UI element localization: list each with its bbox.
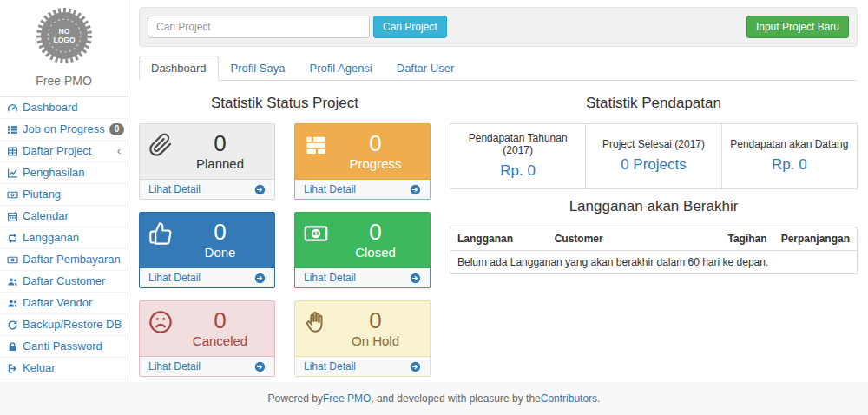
- status-card-closed: 0 Closed Lihat Detail: [294, 212, 431, 288]
- lihat-detail-label: Lihat Detail: [304, 272, 356, 284]
- income-section: Statistik Pendapatan Pendapatan Tahunan …: [450, 89, 858, 377]
- sidebar-item-label: Daftar Project: [23, 145, 91, 157]
- status-label: Closed: [330, 244, 421, 260]
- logo-text-line2: LOGO: [53, 36, 76, 44]
- sidebar-item-daftar-customer[interactable]: Daftar Customer: [0, 271, 128, 293]
- lihat-detail-link[interactable]: Lihat Detail: [140, 356, 274, 376]
- users-icon: [7, 276, 18, 287]
- logo-text-line1: NO: [58, 27, 69, 36]
- lihat-detail-link[interactable]: Lihat Detail: [140, 179, 274, 199]
- lihat-detail-label: Lihat Detail: [304, 183, 356, 195]
- lihat-detail-link[interactable]: Lihat Detail: [295, 179, 430, 199]
- status-label: Progress: [330, 155, 421, 172]
- sidebar-item-piutang[interactable]: Piutang: [0, 184, 128, 206]
- column-header-langganan: Langganan: [450, 227, 548, 251]
- sidebar-item-label: Langganan: [23, 232, 79, 244]
- sidebar-item-label: Daftar Customer: [23, 275, 105, 287]
- card-body: 0 On Hold: [295, 301, 430, 356]
- stat-cell: Project Selesai (2017) 0 Projects: [586, 124, 721, 189]
- tab-dashboard[interactable]: Dashboard: [139, 56, 219, 81]
- search-panel: Cari Project Input Project Baru: [139, 7, 858, 47]
- sidebar-item-label: Calendar: [23, 210, 69, 222]
- line-chart-icon: [7, 168, 18, 179]
- new-project-button[interactable]: Input Project Baru: [746, 16, 849, 38]
- status-count: 0: [174, 308, 266, 333]
- card-text: 0 Closed: [330, 220, 421, 260]
- paperclip-icon: [148, 133, 174, 161]
- lihat-detail-link[interactable]: Lihat Detail: [295, 267, 430, 287]
- sidebar-item-backup-restore-db[interactable]: Backup/Restore DB: [0, 314, 128, 336]
- search-button[interactable]: Cari Project: [373, 16, 447, 38]
- dashboard-icon: [7, 102, 18, 114]
- footer-text: Powered by: [268, 392, 323, 405]
- table-row: Belum ada Langganan yang akan berakhir d…: [450, 251, 858, 274]
- hand-paper-icon: [304, 310, 330, 338]
- list-icon: [7, 124, 18, 135]
- status-section-title: Statistik Status Project: [139, 95, 431, 112]
- sidebar-item-daftar-pembayaran[interactable]: Daftar Pembayaran: [0, 249, 128, 271]
- subscription-section-title: Langganan akan Berakhir: [450, 198, 858, 215]
- sidebar-item-dashboard[interactable]: Dashboard: [0, 97, 128, 119]
- status-count: 0: [174, 220, 266, 244]
- search-input[interactable]: [148, 16, 370, 38]
- card-body: 0 Closed: [295, 213, 430, 267]
- status-label: Canceled: [174, 333, 266, 349]
- sidebar-item-keluar[interactable]: Keluar: [0, 358, 128, 379]
- sidebar-item-ganti-password[interactable]: Ganti Password: [0, 336, 128, 358]
- subscription-table: Langganan Customer Tagihan Perpanjangan …: [450, 227, 858, 274]
- status-card-on-hold: 0 On Hold Lihat Detail: [294, 300, 431, 377]
- contributors-link[interactable]: Contributors: [541, 392, 597, 405]
- main-wrap: NO LOGO Free PMO Dashboard Job on Progre…: [0, 0, 868, 382]
- sidebar-item-label: Keluar: [23, 362, 56, 374]
- column-header-tagihan: Tagihan: [717, 227, 774, 251]
- stat-value: 0 Projects: [591, 156, 715, 174]
- tasks-icon: [304, 133, 330, 161]
- sidebar-item-penghasilan[interactable]: Penghasilan: [0, 162, 128, 184]
- sidebar-item-label: Dashboard: [23, 102, 78, 114]
- chevron-left-icon: ‹: [117, 147, 121, 155]
- card-text: 0 Progress: [330, 131, 421, 172]
- lihat-detail-link[interactable]: Lihat Detail: [295, 356, 430, 376]
- card-text: 0 Canceled: [174, 308, 266, 349]
- status-count: 0: [330, 131, 421, 155]
- free-pmo-link[interactable]: Free PMO: [323, 392, 371, 405]
- card-body: 0 Planned: [140, 124, 274, 179]
- sidebar-item-daftar-vendor[interactable]: Daftar Vendor: [0, 293, 128, 314]
- sidebar-item-calendar[interactable]: Calendar: [0, 206, 128, 227]
- arrow-circle-right-icon: [410, 361, 421, 372]
- stat-value: Rp. 0: [727, 156, 852, 174]
- retweet-icon: [7, 233, 18, 244]
- status-card-canceled: 0 Canceled Lihat Detail: [139, 300, 275, 377]
- card-body: 0 Progress: [295, 124, 430, 179]
- stat-cell: Pendapatan Tahunan (2017) Rp. 0: [450, 124, 586, 189]
- sidebar-menu: Dashboard Job on Progress 0 Daftar Proje…: [0, 96, 128, 379]
- income-stats-table: Pendapatan Tahunan (2017) Rp. 0 Project …: [450, 123, 858, 189]
- sidebar-item-job-on-progress[interactable]: Job on Progress 0: [0, 119, 128, 141]
- footer-text: .: [597, 392, 600, 405]
- status-label: Planned: [174, 155, 266, 172]
- sidebar-item-daftar-project[interactable]: Daftar Project ‹: [0, 141, 128, 162]
- brand-name: Free PMO: [0, 70, 128, 96]
- card-text: 0 Done: [174, 220, 266, 260]
- sidebar-item-langganan[interactable]: Langganan: [0, 227, 128, 249]
- stat-label: Pendapatan Tahunan (2017): [456, 132, 580, 156]
- money-icon: [7, 189, 18, 201]
- sidebar-item-label: Daftar Pembayaran: [23, 254, 121, 266]
- status-label: On Hold: [330, 333, 421, 349]
- refresh-icon: [7, 319, 18, 331]
- status-count: 0: [330, 220, 421, 244]
- lihat-detail-link[interactable]: Lihat Detail: [140, 267, 274, 287]
- status-card-done: 0 Done Lihat Detail: [139, 212, 275, 288]
- card-body: 0 Canceled: [140, 301, 274, 356]
- dashboard-panel: Statistik Status Project 0 Planned: [139, 81, 858, 377]
- arrow-circle-right-icon: [254, 273, 266, 284]
- tab-profil-agensi[interactable]: Profil Agensi: [297, 56, 384, 81]
- tab-profil-saya[interactable]: Profil Saya: [219, 56, 298, 81]
- empty-message: Belum ada Langganan yang akan berakhir d…: [450, 251, 858, 274]
- logo: NO LOGO: [0, 0, 128, 70]
- sidebar-item-label: Job on Progress: [23, 123, 105, 135]
- page: NO LOGO Free PMO Dashboard Job on Progre…: [0, 0, 868, 415]
- sidebar-item-label: Backup/Restore DB: [23, 319, 122, 331]
- stat-value: Rp. 0: [456, 162, 580, 180]
- tab-daftar-user[interactable]: Daftar User: [385, 56, 466, 81]
